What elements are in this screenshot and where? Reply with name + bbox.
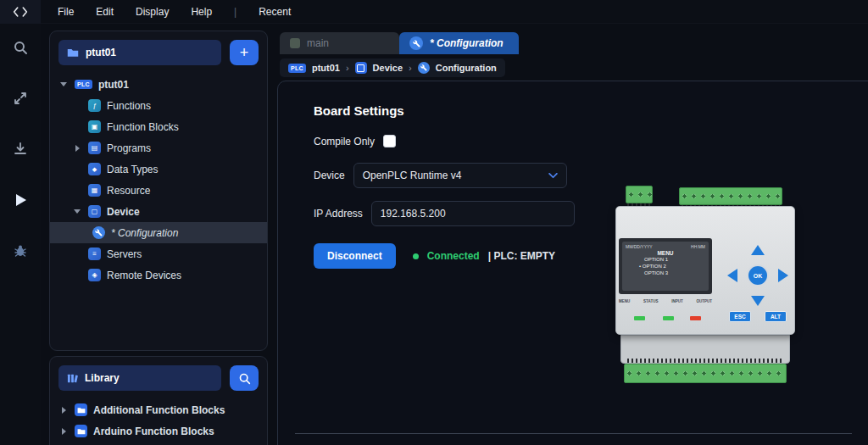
menu-separator: |	[234, 6, 236, 18]
library-item-label: Arduino Function Blocks	[93, 426, 214, 437]
esc-button: ESC	[729, 311, 751, 322]
chevron-spacer	[72, 249, 82, 259]
library-tree: Additional Function Blocks Arduino Funct…	[50, 399, 267, 445]
breadcrumb-separator: ›	[409, 63, 412, 73]
chevron-spacer	[72, 164, 82, 175]
plc-panel-labels: MENU STATUS INPUT OUTPUT	[619, 299, 712, 303]
tree-item-label: Function Blocks	[107, 121, 179, 133]
add-button[interactable]: +	[230, 40, 259, 65]
status-led-green	[634, 316, 645, 320]
lcd-option-2: OPTION 2	[626, 263, 705, 270]
compile-only-checkbox[interactable]	[383, 135, 396, 147]
tree-item-functions[interactable]: Functions	[50, 95, 267, 116]
device-icon	[355, 62, 367, 74]
tree-item-remote-devices[interactable]: Remote Devices	[50, 264, 267, 286]
tree-item-ptut01[interactable]: PLC ptut01	[50, 74, 267, 95]
tree-item-function-blocks[interactable]: Function Blocks	[50, 116, 267, 137]
library-item-arduino[interactable]: Arduino Function Blocks	[50, 420, 267, 442]
connected-status-dot	[413, 253, 419, 259]
device-select[interactable]: OpenPLC Runtime v4	[353, 163, 567, 188]
folder-icon	[75, 403, 87, 416]
pin-row	[627, 359, 783, 363]
tree-item-label: Data Types	[107, 164, 158, 175]
servers-icon	[88, 248, 101, 260]
project-button-label: ptut01	[86, 47, 116, 58]
debug-icon[interactable]	[8, 239, 32, 263]
tree-item-label: Functions	[107, 100, 151, 112]
breadcrumb-separator: ›	[346, 63, 349, 73]
lcd-date: MM/DD/YYYY	[626, 244, 653, 249]
device-label: Device	[314, 170, 345, 181]
terminal-block-top-left	[626, 186, 653, 203]
menu-display[interactable]: Display	[136, 6, 169, 18]
download-icon[interactable]	[8, 137, 32, 161]
tree-item-resource[interactable]: Resource	[50, 180, 267, 201]
code-icon	[13, 6, 28, 18]
ip-address-input[interactable]	[371, 201, 575, 226]
project-button[interactable]: ptut01	[58, 40, 221, 65]
board-settings-form: Board Settings Compile Only Device OpenP…	[314, 103, 575, 281]
terminal-block-bottom	[624, 364, 787, 383]
disconnect-button[interactable]: Disconnect	[314, 243, 396, 269]
device-icon	[88, 205, 101, 218]
folder-icon	[75, 425, 87, 437]
run-icon[interactable]	[8, 188, 32, 212]
label-input: INPUT	[671, 299, 683, 303]
chevron-right-icon[interactable]	[58, 426, 69, 437]
tree-item-data-types[interactable]: Data Types	[50, 159, 267, 180]
wrench-icon	[409, 36, 423, 50]
library-item-label: Additional Function Blocks	[93, 404, 225, 416]
ok-button: OK	[747, 264, 769, 286]
app-logo[interactable]	[0, 0, 41, 24]
tree-item-servers[interactable]: Servers	[50, 243, 267, 264]
library-item-additional[interactable]: Additional Function Blocks	[50, 399, 267, 420]
chevron-spacer	[72, 122, 82, 132]
activity-bar	[0, 24, 41, 445]
tab-configuration[interactable]: * Configuration	[399, 32, 519, 54]
plc-badge: PLC	[75, 80, 92, 89]
tab-main[interactable]: main	[280, 32, 399, 54]
wrench-icon	[92, 226, 105, 239]
tree-item-configuration[interactable]: * Configuration	[50, 222, 267, 243]
remote-devices-icon	[88, 269, 101, 281]
chevron-down-icon[interactable]	[58, 80, 69, 90]
search-icon	[238, 372, 251, 385]
library-button[interactable]: Library	[58, 365, 221, 391]
menu-edit[interactable]: Edit	[96, 6, 114, 18]
data-types-icon	[88, 163, 101, 175]
breadcrumb: PLC ptut01 › Device › Configuration	[280, 58, 505, 77]
plc-lcd-screen: MM/DD/YYYY HH:MM MENU OPTION 1 OPTION 2 …	[622, 242, 709, 291]
chevron-down-icon[interactable]	[72, 207, 82, 217]
resource-icon	[88, 184, 101, 197]
plc-lcd: MM/DD/YYYY HH:MM MENU OPTION 1 OPTION 2 …	[619, 238, 712, 294]
device-select-value: OpenPLC Runtime v4	[363, 170, 462, 181]
tree-item-programs[interactable]: Programs	[50, 137, 267, 159]
tree-item-label: Remote Devices	[107, 270, 181, 281]
library-search-button[interactable]	[230, 365, 259, 391]
plc-badge: PLC	[288, 64, 306, 73]
menu-file[interactable]: File	[58, 6, 74, 18]
input-led-green	[663, 316, 674, 320]
library-item-communication[interactable]: Communication Blocks	[50, 442, 267, 445]
label-menu: MENU	[619, 299, 630, 303]
tree-item-device[interactable]: Device	[50, 201, 267, 222]
function-blocks-icon	[88, 120, 101, 133]
breadcrumb-page[interactable]: Configuration	[436, 63, 497, 73]
menu-help[interactable]: Help	[191, 6, 212, 18]
library-panel: Library Additional Function Blocks Ardui…	[49, 356, 268, 445]
functions-icon	[88, 99, 101, 112]
dpad-left-icon	[727, 269, 737, 282]
search-icon[interactable]	[8, 36, 32, 59]
folder-icon	[67, 47, 79, 58]
label-status: STATUS	[643, 299, 658, 303]
dpad-down-icon	[751, 296, 765, 306]
breadcrumb-project[interactable]: ptut01	[312, 63, 340, 73]
chevron-spacer	[72, 101, 82, 111]
chevron-right-icon[interactable]	[72, 143, 82, 153]
menu-recent[interactable]: Recent	[259, 6, 291, 18]
chevron-right-icon[interactable]	[58, 405, 69, 415]
breadcrumb-device[interactable]: Device	[373, 63, 403, 73]
editor-area: main * Configuration PLC ptut01 › Device…	[276, 31, 868, 445]
resize-panel-icon[interactable]	[8, 86, 32, 110]
programs-icon	[88, 142, 101, 154]
